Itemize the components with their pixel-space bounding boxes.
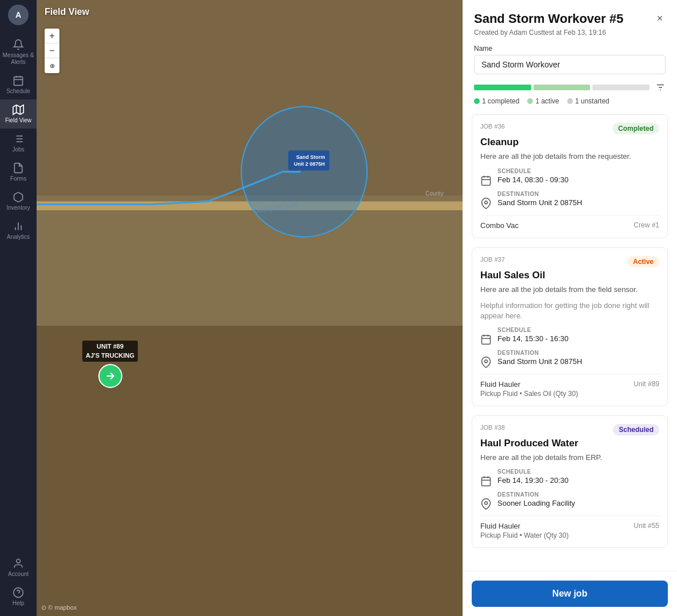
job-card-36: JOB #36 Completed Cleanup Here are all t… (472, 114, 668, 238)
job-37-schedule-value: Feb 14, 15:30 - 16:30 (497, 334, 659, 343)
job-38-description: Here are all the job details from ERP. (480, 453, 659, 463)
svg-point-41 (485, 360, 488, 363)
main-content: County Rd 3300 County Sand Storm Unit 2 … (37, 0, 463, 616)
sidebar-label-account: Account (8, 571, 29, 578)
job-38-footer: Fluid Hauler Pickup Fluid • Water (Qty 3… (480, 515, 659, 539)
calendar-icon-37 (480, 334, 492, 345)
svg-rect-42 (482, 478, 491, 486)
location-icon (480, 198, 492, 209)
name-label: Name (474, 45, 666, 53)
job-37-number: JOB #37 (480, 256, 505, 263)
job-37-footer: Fluid Hauler Pickup Fluid • Sales Oil (Q… (480, 374, 659, 398)
progress-unstarted-bar (592, 85, 650, 90)
job-38-dest-row: DESTINATION Sooner Loading Facility (480, 491, 659, 510)
svg-rect-37 (482, 335, 491, 344)
sidebar-item-messages[interactable]: Messages & Alerts (0, 34, 37, 70)
new-job-button[interactable]: New job (472, 581, 668, 607)
job-36-schedule-row: SCHEDULE Feb 14, 08:30 - 09:30 (480, 168, 659, 186)
user-avatar[interactable]: A (8, 5, 29, 25)
close-button[interactable]: × (652, 10, 668, 26)
job-36-schedule-value: Feb 14, 08:30 - 09:30 (497, 175, 659, 184)
job-38-crew: Fluid Hauler Pickup Fluid • Water (Qty 3… (480, 522, 568, 539)
unit-marker: UNIT #89 AJ'S TRUCKING (82, 341, 138, 388)
job-38-dest-label: DESTINATION (497, 491, 659, 498)
job-37-description: Here are all the job details from the fi… (480, 285, 659, 295)
sidebar-label-messages: Messages & Alerts (2, 52, 34, 66)
unstarted-dot (567, 98, 573, 104)
sidebar-label-forms: Forms (10, 175, 26, 182)
calendar-icon (480, 175, 492, 186)
active-dot (527, 98, 533, 104)
legend-completed: 1 completed (474, 97, 519, 105)
job-38-detail: Pickup Fluid • Water (Qty 30) (480, 531, 568, 539)
svg-marker-4 (13, 105, 23, 115)
svg-rect-0 (14, 77, 23, 85)
legend-unstarted: 1 unstarted (567, 97, 610, 105)
location-icon-38 (480, 498, 492, 510)
job-38-crew-id: Unit #55 (634, 522, 659, 530)
sidebar-item-analytics[interactable]: Analytics (0, 216, 37, 245)
svg-rect-32 (482, 177, 491, 185)
job-37-dest-row: DESTINATION Sand Storm Unit 2 0875H (480, 350, 659, 368)
progress-legend: 1 completed 1 active 1 unstarted (474, 97, 666, 105)
job-36-schedule-content: SCHEDULE Feb 14, 08:30 - 09:30 (497, 168, 659, 184)
job-38-schedule-label: SCHEDULE (497, 469, 659, 475)
map-zoom-controls: + − ⊕ (45, 29, 59, 73)
sidebar-item-inventory[interactable]: Inventory (0, 187, 37, 216)
name-input[interactable] (474, 55, 666, 74)
sidebar: A Messages & Alerts Schedule Field View … (0, 0, 37, 616)
job-37-description-2: Helpful information for getting the job … (480, 301, 659, 321)
progress-active-bar (533, 85, 591, 90)
panel-header: Sand Storm Workover #5 × Created by Adam… (463, 0, 677, 74)
sidebar-label-jobs: Jobs (12, 146, 24, 153)
compass-button[interactable]: ⊕ (45, 58, 59, 73)
job-36-dest-row: DESTINATION Sand Storm Unit 2 0875H (480, 191, 659, 209)
job-36-number: JOB #36 (480, 123, 505, 130)
job-37-header: JOB #37 Active (480, 256, 659, 267)
calendar-icon-38 (480, 475, 492, 487)
panel-scroll-content: JOB #36 Completed Cleanup Here are all t… (463, 105, 677, 571)
job-37-dest-value: Sand Storm Unit 2 0875H (497, 357, 659, 366)
svg-point-46 (485, 502, 488, 505)
job-38-header: JOB #38 Scheduled (480, 424, 659, 435)
job-36-footer: Combo Vac Crew #1 (480, 215, 659, 230)
job-36-description: Here are all the job details from the re… (480, 151, 659, 162)
unit-label: UNIT #89 AJ'S TRUCKING (82, 341, 138, 362)
sidebar-item-field-view[interactable]: Field View (0, 99, 37, 129)
job-36-title: Cleanup (480, 137, 659, 148)
sidebar-item-account[interactable]: Account (0, 553, 37, 582)
job-card-37: JOB #37 Active Haul Sales Oil Here are a… (472, 247, 668, 407)
map-area[interactable]: County Rd 3300 County Sand Storm Unit 2 … (37, 0, 463, 616)
progress-completed-bar (474, 85, 531, 90)
panel-created-by: Created by Adam Custtest at Feb 13, 19:1… (474, 29, 666, 37)
sidebar-item-forms[interactable]: Forms (0, 158, 37, 187)
job-37-crew: Fluid Hauler Pickup Fluid • Sales Oil (Q… (480, 380, 578, 398)
panel-title: Sand Storm Workover #5 (474, 11, 666, 26)
svg-point-16 (17, 559, 21, 563)
sidebar-item-help[interactable]: Help (0, 582, 37, 611)
field-view-title: Field View (45, 7, 89, 17)
job-38-schedule-content: SCHEDULE Feb 14, 19:30 - 20:30 (497, 469, 659, 485)
job-36-dest-value: Sand Storm Unit 2 0875H (497, 198, 659, 207)
job-36-crew-id: Crew #1 (634, 221, 659, 229)
job-38-number: JOB #38 (480, 424, 505, 431)
job-38-dest-content: DESTINATION Sooner Loading Facility (497, 491, 659, 507)
job-38-dest-value: Sooner Loading Facility (497, 499, 659, 507)
zoom-out-button[interactable]: − (45, 43, 59, 58)
job-36-schedule-label: SCHEDULE (497, 168, 659, 174)
legend-active: 1 active (527, 97, 559, 105)
right-panel: Sand Storm Workover #5 × Created by Adam… (463, 0, 677, 616)
unit-arrow (98, 364, 122, 388)
sidebar-label-schedule: Schedule (6, 88, 30, 95)
sidebar-item-jobs[interactable]: Jobs (0, 129, 37, 158)
job-37-schedule-row: SCHEDULE Feb 14, 15:30 - 16:30 (480, 327, 659, 345)
zoom-in-button[interactable]: + (45, 29, 59, 43)
map-background (37, 0, 463, 616)
svg-point-36 (485, 201, 488, 203)
mapbox-logo-icon: ⊙ (41, 604, 46, 611)
sidebar-item-schedule[interactable]: Schedule (0, 70, 37, 99)
job-37-dest-content: DESTINATION Sand Storm Unit 2 0875H (497, 350, 659, 366)
new-job-section: New job (463, 571, 677, 616)
progress-filter-button[interactable] (655, 82, 666, 93)
job-36-header: JOB #36 Completed (480, 123, 659, 134)
